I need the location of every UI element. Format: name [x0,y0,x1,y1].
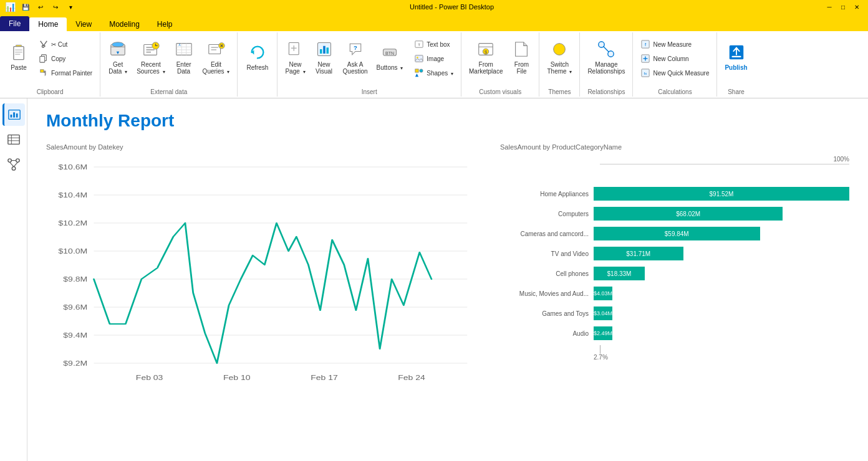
recent-sources-label: RecentSources ▾ [137,61,165,75]
publish-button[interactable]: Publish [721,35,751,78]
from-marketplace-label: FromMarketplace [469,61,503,75]
svg-rect-1 [14,47,24,60]
paste-label: Paste [11,64,27,71]
ribbon-tabs: File Home View Modeling Help [0,14,868,31]
relationships-label: Relationships [584,87,629,95]
ribbon-group-insert: NewPage ▾ NewVisual ? Ask AQuestion BTN … [277,32,461,97]
svg-rect-15 [146,51,151,52]
svg-rect-33 [320,49,322,54]
window-title: Untitled - Power BI Desktop [82,3,822,11]
manage-relationships-label: ManageRelationships [587,61,625,75]
from-file-label: FromFile [514,61,529,75]
ribbon-group-calculations: f New Measure New Column fx New Quick Me… [633,32,717,97]
ribbon-group-refresh: Refresh - [238,32,277,97]
svg-rect-61 [731,56,741,57]
image-label: Image [427,55,444,62]
svg-point-44 [420,69,423,72]
svg-rect-13 [146,47,152,48]
svg-line-52 [604,46,609,52]
external-data-label: External data [104,87,233,95]
insert-label: Insert [281,87,457,95]
ribbon-group-clipboard: Paste ✂ Cut Copy Format Painter Clipboar… [0,32,100,97]
svg-rect-41 [415,55,423,62]
svg-rect-43 [415,69,418,72]
buttons-label: Buttons ▾ [377,64,403,71]
clipboard-group-label: Clipboard [4,87,96,95]
tab-help[interactable]: Help [148,17,181,31]
ribbon-group-custom-visuals: $ FromMarketplace FromFile Custom visual… [461,32,539,97]
save-icon[interactable]: 💾 [19,2,32,12]
svg-text:?: ? [354,44,357,50]
ribbon-group-share: Publish Share [717,32,755,97]
svg-point-49 [554,43,566,55]
get-data-button[interactable]: ▼ GetData ▾ [104,35,132,78]
enter-data-label: EnterData [176,61,191,75]
new-visual-button[interactable]: NewVisual [311,35,338,78]
ribbon-group-themes: SwitchTheme ▾ Themes [539,32,580,97]
recent-sources-button[interactable]: RecentSources ▾ [133,35,168,78]
ask-question-button[interactable]: ? Ask AQuestion [339,35,372,78]
paste-button[interactable]: Paste [4,35,34,78]
copy-label: Copy [51,55,65,62]
close-button[interactable]: ✕ [851,2,863,12]
svg-point-42 [417,57,418,59]
calculations-label: Calculations [637,87,713,95]
new-measure-label: New Measure [653,41,692,48]
undo-icon[interactable]: ↩ [34,2,47,12]
svg-rect-2 [15,49,22,50]
cut-button[interactable]: ✂ Cut [35,37,96,51]
svg-text:fx: fx [644,71,647,75]
publish-label: Publish [725,64,747,71]
svg-rect-4 [15,54,20,55]
shapes-button[interactable]: Shapes ▾ [410,66,457,80]
enter-data-button[interactable]: A EnterData [170,35,198,78]
themes-label: Themes [543,87,576,95]
get-data-label: GetData ▾ [109,61,127,75]
svg-rect-34 [323,45,326,53]
ribbon-group-external-data: ▼ GetData ▾ RecentSources ▾ A EnterData [100,32,238,97]
switch-theme-label: SwitchTheme ▾ [547,61,572,75]
new-measure-button[interactable]: f New Measure [637,37,713,51]
tab-home[interactable]: Home [29,17,67,31]
customize-icon[interactable]: ▾ [64,2,77,12]
svg-text:T: T [418,42,420,47]
cut-label: ✂ Cut [51,41,67,48]
ribbon-group-relationships: ManageRelationships Relationships [580,32,633,97]
tab-modeling[interactable]: Modeling [100,17,148,31]
new-column-button[interactable]: New Column [637,52,713,65]
format-painter-button[interactable]: Format Painter [35,66,96,80]
ask-question-label: Ask AQuestion [343,61,368,75]
refresh-button[interactable]: Refresh [243,35,272,78]
minimize-button[interactable]: ─ [823,2,836,12]
custom-visuals-label: Custom visuals [465,87,535,95]
new-page-label: NewPage ▾ [285,61,305,75]
image-button[interactable]: Image [410,52,457,65]
buttons-button[interactable]: BTN Buttons ▾ [373,35,407,78]
from-file-button[interactable]: FromFile [508,35,535,78]
new-visual-label: NewVisual [316,61,332,75]
edit-queries-label: EditQueries ▾ [203,61,230,75]
svg-marker-45 [415,74,418,77]
svg-point-9 [112,42,124,47]
svg-rect-35 [326,47,329,54]
tab-file[interactable]: File [0,16,29,31]
switch-theme-button[interactable]: SwitchTheme ▾ [543,35,576,78]
text-box-button[interactable]: T Text box [410,37,457,51]
manage-relationships-button[interactable]: ManageRelationships [584,35,629,78]
maximize-button[interactable]: □ [837,2,849,12]
title-bar: 📊 💾 ↩ ↪ ▾ Untitled - Power BI Desktop ─ … [0,0,868,14]
svg-text:BTN: BTN [385,51,394,55]
redo-icon[interactable]: ↪ [49,2,62,12]
tab-view[interactable]: View [67,17,100,31]
svg-rect-7 [41,70,44,72]
edit-queries-button[interactable]: EditQueries ▾ [199,35,234,78]
svg-rect-6 [40,57,45,63]
new-quick-measure-label: New Quick Measure [653,70,709,77]
copy-button[interactable]: Copy [35,52,96,65]
new-page-button[interactable]: NewPage ▾ [281,35,309,78]
new-column-label: New Column [653,55,688,62]
svg-rect-14 [146,49,154,50]
new-quick-measure-button[interactable]: fx New Quick Measure [637,66,713,80]
refresh-label: Refresh [246,64,268,71]
from-marketplace-button[interactable]: $ FromMarketplace [465,35,506,78]
